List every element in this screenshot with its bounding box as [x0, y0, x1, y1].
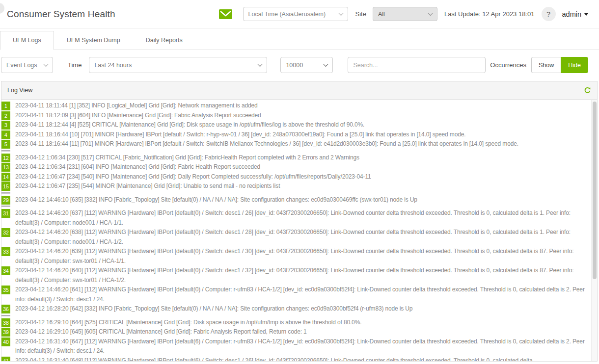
edge-partial-icon	[0, 3, 4, 14]
log-rows: 1 2023-04-11 18:11:44 [1] [352] INFO [Lo…	[1, 100, 597, 362]
log-text: 2023-04-12 16:31:40 [648] [112] WARNING …	[15, 356, 585, 362]
occurrences-label: Occurrences	[490, 61, 526, 69]
log-text: 2023-04-11 18:16:44 [11] [701] MINOR [Ha…	[15, 139, 585, 149]
log-row[interactable]: 41 2023-04-12 16:31:40 [648] [112] WARNI…	[1, 356, 597, 362]
log-text: 2023-04-12 14:46:20 [637] [112] WARNING …	[15, 208, 585, 228]
log-text: 2023-04-12 16:29:10 [644] [525] CRITICAL…	[15, 318, 585, 328]
row-number-badge: 31	[1, 209, 10, 218]
row-number-badge: 33	[1, 247, 10, 256]
log-row[interactable]: 1 2023-04-11 18:11:44 [1] [352] INFO [Lo…	[1, 101, 597, 111]
log-text: 2023-04-12 14:46:20 [638] [112] WARNING …	[15, 228, 585, 247]
help-glyph: ?	[546, 10, 550, 18]
search-input[interactable]	[348, 57, 486, 73]
row-number-badge: 40	[1, 338, 10, 346]
log-row[interactable]: 5 2023-04-11 18:16:44 [11] [701] MINOR […	[1, 139, 597, 149]
log-text: 2023-04-12 14:46:20 [640] [112] WARNING …	[15, 266, 585, 285]
site-label: Site	[355, 10, 366, 18]
page-title: Consumer System Health	[7, 9, 115, 20]
tabbar: UFM LogsUFM System DumpDaily Reports	[0, 28, 599, 50]
user-menu[interactable]: admin	[562, 10, 589, 18]
collapsed-rows-separator	[1, 150, 10, 152]
log-row[interactable]: 33 2023-04-12 14:46:20 [639] [112] WARNI…	[1, 247, 597, 266]
user-name: admin	[562, 10, 582, 18]
refresh-icon[interactable]	[584, 87, 591, 94]
site-select-value: All	[378, 11, 385, 18]
row-number-badge: 4	[1, 130, 10, 139]
collapsed-rows-separator	[1, 206, 10, 207]
row-number-badge: 13	[1, 163, 10, 172]
log-text: 2023-04-12 1:06:34 [231] [604] INFO [Mai…	[15, 162, 585, 172]
log-row[interactable]: 29 2023-04-12 14:46:10 [635] [332] INFO …	[1, 195, 597, 205]
mail-icon[interactable]	[219, 9, 232, 19]
row-number-badge: 1	[1, 102, 10, 110]
scrollbar-track[interactable]	[591, 100, 597, 361]
row-number-badge: 36	[1, 305, 10, 313]
chevron-down-icon	[258, 62, 263, 67]
log-text: 2023-04-12 14:46:20 [641] [112] WARNING …	[15, 285, 585, 304]
log-row[interactable]: 4 2023-04-11 18:16:44 [10] [701] MINOR […	[1, 130, 597, 140]
log-view-header: Log View	[1, 81, 597, 100]
row-number-badge: 14	[1, 173, 10, 182]
log-text: 2023-04-11 18:16:44 [10] [701] MINOR [Ha…	[15, 130, 585, 140]
log-text: 2023-04-12 16:31:40 [647] [112] WARNING …	[15, 337, 585, 356]
log-text: 2023-04-12 16:29:10 [645] [605] CRITICAL…	[15, 327, 585, 337]
log-row[interactable]: 36 2023-04-12 16:28:20 [642] [332] INFO …	[1, 304, 597, 314]
log-text: 2023-04-12 16:28:20 [642] [332] INFO [Fa…	[15, 304, 585, 314]
row-number-badge: 15	[1, 182, 10, 191]
filterbar: Event Logs Time Last 24 hours 10000 Occu…	[0, 50, 599, 81]
row-number-badge: 32	[1, 228, 10, 237]
row-number-badge: 38	[1, 318, 10, 327]
timezone-select-value: Local Time (Asia/Jerusalem)	[248, 11, 326, 18]
collapsed-rows-separator	[1, 315, 10, 316]
chevron-down-icon	[324, 62, 328, 67]
row-number-badge: 3	[1, 121, 10, 130]
site-select[interactable]: All	[373, 7, 437, 21]
help-icon[interactable]: ?	[542, 7, 556, 21]
chevron-down-icon	[338, 11, 343, 16]
tab-ufm-system-dump[interactable]: UFM System Dump	[54, 31, 133, 50]
scrollbar-thumb[interactable]	[593, 102, 597, 279]
timezone-select[interactable]: Local Time (Asia/Jerusalem)	[243, 7, 348, 21]
app-header: Consumer System Health Local Time (Asia/…	[0, 0, 599, 28]
log-text: 2023-04-12 1:06:47 [234] [540] INFO [Mai…	[15, 172, 585, 182]
log-row[interactable]: 12 2023-04-12 1:06:34 [230] [517] CRITIC…	[1, 153, 597, 163]
row-number-badge: 39	[1, 328, 10, 337]
log-type-select[interactable]: Event Logs	[1, 57, 53, 73]
chevron-down-icon	[44, 62, 49, 67]
occurrences-hide-button[interactable]: Hide	[561, 57, 588, 73]
caret-down-icon	[584, 13, 588, 16]
limit-select[interactable]: 10000	[280, 57, 333, 73]
time-range-select[interactable]: Last 24 hours	[89, 57, 267, 73]
log-row[interactable]: 14 2023-04-12 1:06:47 [234] [540] INFO […	[1, 172, 597, 182]
log-row[interactable]: 32 2023-04-12 14:46:20 [638] [112] WARNI…	[1, 228, 597, 247]
time-range-select-value: Last 24 hours	[94, 62, 132, 69]
log-text: 2023-04-12 1:06:34 [230] [517] CRITICAL …	[15, 153, 585, 163]
log-row[interactable]: 39 2023-04-12 16:29:10 [645] [605] CRITI…	[1, 327, 597, 337]
log-row[interactable]: 3 2023-04-11 18:12:44 [4] [525] CRITICAL…	[1, 120, 597, 130]
log-row[interactable]: 40 2023-04-12 16:31:40 [647] [112] WARNI…	[1, 337, 597, 356]
log-text: 2023-04-12 14:46:20 [639] [112] WARNING …	[15, 247, 585, 266]
tab-daily-reports[interactable]: Daily Reports	[133, 31, 195, 50]
log-row[interactable]: 2 2023-04-11 18:12:09 [3] [604] INFO [Ma…	[1, 111, 597, 121]
tab-ufm-logs[interactable]: UFM Logs	[0, 31, 54, 50]
last-update-text: Last Update: 12 Apr 2023 18:01	[444, 10, 535, 18]
occurrences-show-button[interactable]: Show	[531, 57, 561, 73]
log-text: 2023-04-11 18:11:44 [1] [352] INFO [Logi…	[15, 101, 585, 111]
log-text: 2023-04-11 18:12:09 [3] [604] INFO [Main…	[15, 111, 585, 121]
chevron-down-icon	[428, 11, 433, 16]
log-text: 2023-04-12 14:46:10 [635] [332] INFO [Fa…	[15, 195, 585, 205]
row-number-badge: 5	[1, 140, 10, 149]
limit-select-value: 10000	[286, 62, 303, 69]
row-number-badge: 29	[1, 196, 10, 205]
log-row[interactable]: 34 2023-04-12 14:46:20 [640] [112] WARNI…	[1, 266, 597, 285]
log-row[interactable]: 31 2023-04-12 14:46:20 [637] [112] WARNI…	[1, 208, 597, 228]
row-number-badge: 35	[1, 286, 10, 294]
log-row[interactable]: 38 2023-04-12 16:29:10 [644] [525] CRITI…	[1, 318, 597, 328]
log-row[interactable]: 35 2023-04-12 14:46:20 [641] [112] WARNI…	[1, 285, 597, 304]
log-row[interactable]: 13 2023-04-12 1:06:34 [231] [604] INFO […	[1, 162, 597, 172]
log-row[interactable]: 15 2023-04-12 1:06:47 [235] [544] MINOR …	[1, 182, 597, 191]
row-number-badge: 2	[1, 111, 10, 120]
log-view-title: Log View	[7, 87, 32, 94]
collapsed-rows-separator	[1, 192, 10, 194]
time-label: Time	[68, 61, 82, 69]
